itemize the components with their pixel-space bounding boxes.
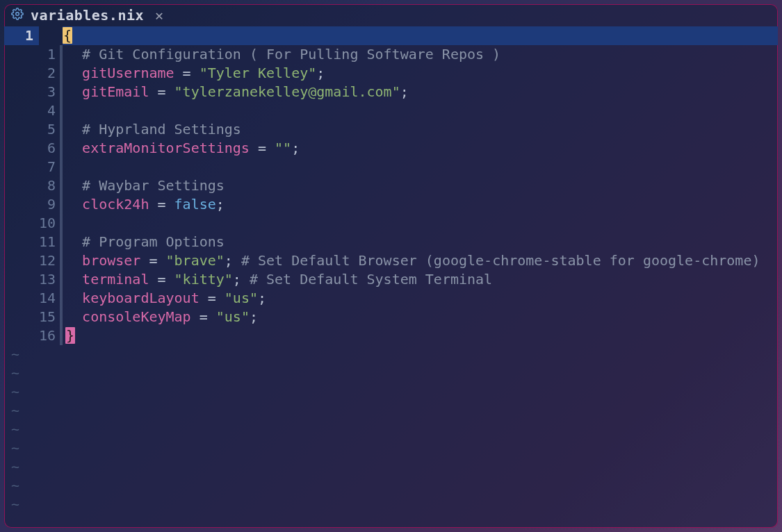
indent-guide [60,83,63,101]
comment-text: # Set Default Browser (google-chrome-sta… [241,252,760,269]
empty-line: ~ [4,364,778,383]
semicolon: ; [216,196,225,213]
code-line[interactable]: terminal = "kitty"; # Set Default System… [65,270,778,289]
comment-text: # Program Options [82,233,225,250]
empty-line: ~ [4,439,778,458]
empty-line: ~ [4,476,778,495]
tilde-marker: ~ [4,439,19,458]
indent-guide [60,45,63,64]
svg-point-0 [16,12,19,15]
indent-guide [60,139,63,158]
string-literal: "us" [225,290,258,306]
indent-guide [60,158,63,176]
indent-guide [60,64,63,83]
code-line[interactable]: consoleKeyMap = "us"; [65,308,778,326]
gutter-outer [4,158,39,176]
code-editor[interactable]: 1{1 # Git Configuration ( For Pulling So… [4,26,778,528]
gutter-outer [4,214,39,233]
attribute-key: browser [82,252,140,269]
indent-guide [60,251,63,270]
close-icon[interactable]: ✕ [155,6,164,25]
equals-sign: = [183,65,191,81]
editor-row[interactable]: 9 clock24h = false; [4,195,778,214]
string-literal: "kitty" [174,271,233,288]
attribute-key: consoleKeyMap [82,308,191,325]
editor-row[interactable]: 1{ [4,26,778,45]
gutter-inner: 14 [39,289,60,308]
semicolon: ; [250,308,258,325]
tilde-marker: ~ [4,383,19,401]
gutter-inner: 8 [39,176,60,195]
editor-row[interactable]: 1 # Git Configuration ( For Pulling Soft… [4,45,778,64]
editor-row[interactable]: 2 gitUsername = "Tyler Kelley"; [4,64,778,83]
gutter-outer [4,233,39,251]
code-line[interactable]: # Git Configuration ( For Pulling Softwa… [65,45,778,64]
attribute-key: keyboardLayout [82,290,199,306]
equals-sign: = [149,252,157,269]
indent-guide [60,195,63,214]
editor-row[interactable]: 3 gitEmail = "tylerzanekelley@gmail.com"… [4,83,778,101]
gutter-outer: 1 [4,26,39,45]
editor-row[interactable]: 11 # Program Options [4,233,778,251]
gutter-inner: 12 [39,251,60,270]
tilde-marker: ~ [4,364,19,383]
tilde-marker: ~ [4,476,19,495]
code-line[interactable]: # Program Options [65,233,778,251]
code-line[interactable]: extraMonitorSettings = ""; [65,139,778,158]
code-line[interactable]: clock24h = false; [65,195,778,214]
attribute-key: extraMonitorSettings [82,140,250,156]
attribute-key: gitEmail [82,83,149,100]
editor-row[interactable]: 16} [4,326,778,345]
code-line[interactable] [65,101,778,120]
code-line[interactable]: } [65,326,778,345]
code-line[interactable]: browser = "brave"; # Set Default Browser… [65,251,778,270]
comment-text: # Waybar Settings [82,177,225,194]
editor-row[interactable]: 8 # Waybar Settings [4,176,778,195]
editor-row[interactable]: 10 [4,214,778,233]
editor-row[interactable]: 14 keyboardLayout = "us"; [4,289,778,308]
editor-row[interactable]: 5 # Hyprland Settings [4,120,778,139]
indent-guide [60,289,63,308]
close-brace: } [65,327,75,344]
indent-guide [60,214,63,233]
tab-variables-nix[interactable]: variables.nix ✕ [11,6,164,25]
gutter-inner: 13 [39,270,60,289]
gutter-outer [4,139,39,158]
empty-line: ~ [4,401,778,420]
gutter-outer [4,64,39,83]
editor-row[interactable]: 7 [4,158,778,176]
code-line[interactable]: keyboardLayout = "us"; [65,289,778,308]
string-literal: "Tyler Kelley" [199,65,317,81]
gutter-outer [4,326,39,345]
tab-bar: variables.nix ✕ [4,4,778,26]
editor-row[interactable]: 15 consoleKeyMap = "us"; [4,308,778,326]
semicolon: ; [400,83,409,100]
editor-row[interactable]: 6 extraMonitorSettings = ""; [4,139,778,158]
gutter-inner: 5 [39,120,60,139]
tilde-marker: ~ [4,401,19,420]
equals-sign: = [258,140,266,156]
code-line[interactable] [65,214,778,233]
code-line[interactable]: # Hyprland Settings [65,120,778,139]
gutter-inner: 11 [39,233,60,251]
code-line[interactable]: # Waybar Settings [65,176,778,195]
empty-line: ~ [4,420,778,439]
semicolon: ; [225,252,233,269]
semicolon: ; [291,140,300,156]
tilde-marker: ~ [4,345,19,364]
code-line[interactable]: gitUsername = "Tyler Kelley"; [65,64,778,83]
code-line[interactable]: { [63,26,778,45]
code-line[interactable] [65,158,778,176]
editor-row[interactable]: 12 browser = "brave"; # Set Default Brow… [4,251,778,270]
tab-filename: variables.nix [31,6,144,25]
string-literal: "" [275,140,291,156]
code-line[interactable]: gitEmail = "tylerzanekelley@gmail.com"; [65,83,778,101]
editor-row[interactable]: 13 terminal = "kitty"; # Set Default Sys… [4,270,778,289]
comment-text: # Git Configuration ( For Pulling Softwa… [82,46,500,63]
gutter-inner: 3 [39,83,60,101]
string-literal: "us" [216,308,250,325]
tilde-marker: ~ [4,420,19,439]
gutter-inner: 1 [39,45,60,64]
editor-row[interactable]: 4 [4,101,778,120]
equals-sign: = [157,271,165,288]
